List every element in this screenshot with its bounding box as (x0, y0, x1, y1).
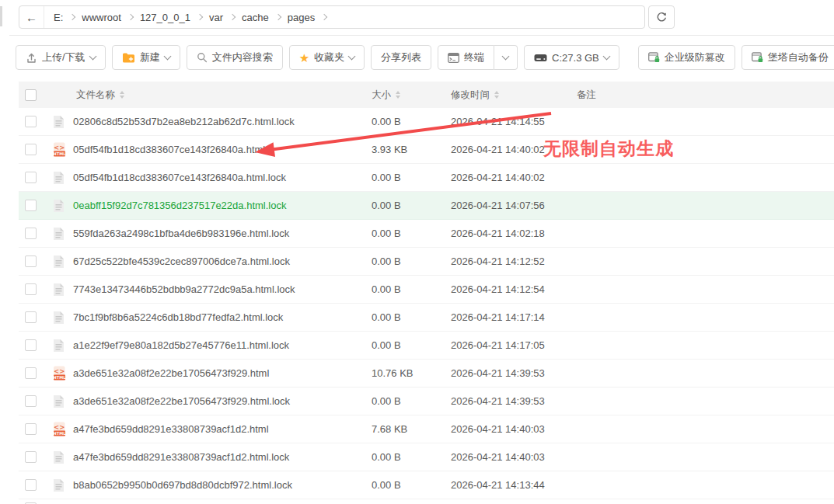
upload-download-label: 上传/下载 (42, 50, 85, 64)
row-checkbox[interactable] (25, 339, 37, 351)
chevron-right-icon (229, 14, 236, 20)
row-checkbox[interactable] (25, 423, 37, 435)
table-row[interactable]: <> HTML 05df54fb1d18cd383607ce143f26840a… (19, 136, 834, 164)
table-row[interactable]: 559fda263a2498c1bfba4de6b983196e.html.lo… (19, 220, 834, 248)
tamper-proof-button[interactable]: 企业级防篡改 (638, 45, 735, 70)
document-file-icon (53, 171, 65, 185)
sort-size-control[interactable] (396, 91, 400, 99)
table-row[interactable]: 05df54fb1d18cd383607ce143f26840a.html.lo… (19, 164, 834, 192)
file-name[interactable]: a3de651e32a08f2e22be17056473f929.html.lo… (73, 395, 290, 407)
row-checkbox[interactable] (25, 255, 37, 267)
file-name[interactable]: 7bc1f9bf8b6a5224c6db18bd77fedfa2.html.lo… (73, 311, 283, 323)
terminal-dropdown-button[interactable] (494, 45, 518, 70)
table-row[interactable]: a3de651e32a08f2e22be17056473f929.html.lo… (19, 388, 834, 415)
file-content-search-button[interactable]: 文件内容搜索 (187, 45, 283, 70)
file-name[interactable]: a3de651e32a08f2e22be17056473f929.html (73, 367, 269, 379)
sort-mtime-control[interactable] (494, 91, 499, 99)
table-row[interactable]: <> HTML a3de651e32a08f2e22be17056473f929… (19, 360, 834, 388)
star-icon: ★ (299, 52, 309, 64)
breadcrumb-item[interactable]: wwwroot (82, 12, 121, 23)
favorites-button[interactable]: ★ 收藏夹 (289, 45, 365, 70)
file-name[interactable]: 559fda263a2498c1bfba4de6b983196e.html.lo… (73, 228, 289, 239)
file-name[interactable]: b8ab0652b9950b0d697bd8d80dcbf972.html.lo… (73, 479, 292, 491)
table-row[interactable]: a47fe3bd659dd8291e33808739acf1d2.html.lo… (19, 443, 834, 471)
document-file-icon (53, 115, 65, 129)
row-checkbox[interactable] (25, 172, 37, 183)
file-name[interactable]: a47fe3bd659dd8291e33808739acf1d2.html.lo… (73, 451, 289, 463)
document-file-icon (53, 395, 65, 408)
back-button[interactable]: ← (19, 6, 44, 28)
table-row[interactable]: 7743e13473446b52bdbb9a2772dc9a5a.html.lo… (19, 276, 834, 304)
table-row[interactable]: 02806c8d52b53d7b2ea8eb212ab62d7c.html.lo… (19, 108, 834, 136)
document-file-icon (53, 283, 65, 297)
row-checkbox[interactable] (25, 395, 37, 407)
table-row[interactable]: 7bc1f9bf8b6a5224c6db18bd77fedfa2.html.lo… (19, 304, 834, 332)
select-all-checkbox[interactable] (25, 89, 37, 101)
file-name[interactable]: a1e22f9ef79e80a182d5b27e45776e11.html.lo… (73, 339, 289, 351)
svg-text:<>: <> (54, 144, 65, 151)
file-name[interactable]: 05df54fb1d18cd383607ce143f26840a.html.lo… (73, 172, 286, 183)
file-type-icon-cell (50, 450, 70, 464)
svg-text:HTML: HTML (54, 151, 66, 156)
document-file-icon (53, 227, 65, 241)
row-checkbox[interactable] (25, 283, 37, 295)
file-type-icon-cell (50, 171, 70, 185)
row-checkbox[interactable] (25, 451, 37, 463)
upload-download-button[interactable]: 上传/下载 (16, 45, 106, 70)
sort-name-control[interactable] (120, 91, 124, 99)
refresh-button[interactable] (648, 5, 675, 29)
file-type-icon-cell (50, 395, 70, 408)
file-name[interactable]: 7743e13473446b52bdbb9a2772dc9a5a.html.lo… (73, 283, 295, 295)
chevron-down-icon (602, 52, 610, 60)
file-type-icon-cell (50, 478, 70, 492)
table-row-partial[interactable] (19, 499, 834, 504)
row-checkbox[interactable] (25, 116, 37, 127)
breadcrumb-item[interactable]: pages (288, 12, 315, 23)
svg-text:HTML: HTML (54, 431, 66, 436)
row-checkbox-cell (19, 479, 50, 491)
file-name[interactable]: 0eabff15f92d7c781356d237517e22da.html.lo… (73, 200, 286, 211)
file-name[interactable]: 05df54fb1d18cd383607ce143f26840a.html (73, 144, 265, 155)
breadcrumb-item[interactable]: 127_0_0_1 (140, 12, 190, 23)
file-type-icon-cell (50, 311, 70, 325)
header-note: 备注 (577, 89, 596, 102)
disk-select-button[interactable]: C:27.3 GB (524, 45, 619, 70)
terminal-button[interactable]: 终端 (438, 45, 494, 70)
file-type-icon-cell (50, 283, 70, 297)
auto-backup-button[interactable]: 堡塔自动备份 (742, 45, 834, 70)
row-checkbox[interactable] (25, 311, 37, 323)
table-body: 02806c8d52b53d7b2ea8eb212ab62d7c.html.lo… (19, 108, 834, 499)
file-size: 3.93 KB (372, 144, 451, 155)
file-name[interactable]: 67d25c522bfe4539c2cec897006dce7a.html.lo… (73, 255, 290, 267)
row-checkbox[interactable] (25, 367, 37, 379)
table-row[interactable]: 67d25c522bfe4539c2cec897006dce7a.html.lo… (19, 248, 834, 276)
table-row[interactable]: <> HTML a47fe3bd659dd8291e33808739acf1d2… (19, 415, 834, 443)
row-checkbox[interactable] (25, 144, 37, 155)
table-row[interactable]: 0eabff15f92d7c781356d237517e22da.html.lo… (19, 192, 834, 220)
terminal-icon (448, 53, 459, 63)
breadcrumb-item[interactable]: cache (242, 12, 269, 23)
share-list-button[interactable]: 分享列表 (371, 45, 431, 70)
table-row[interactable]: b8ab0652b9950b0d697bd8d80dcbf972.html.lo… (19, 471, 834, 499)
row-checkbox[interactable] (25, 228, 37, 239)
file-name[interactable]: a47fe3bd659dd8291e33808739acf1d2.html (73, 423, 269, 435)
file-mtime: 2026-04-21 14:40:02 (451, 172, 577, 183)
file-size: 7.68 KB (372, 423, 451, 435)
file-type-icon-cell (50, 255, 70, 269)
row-checkbox-cell (19, 311, 50, 323)
html-file-icon: <> HTML (53, 366, 66, 381)
file-type-icon-cell (50, 227, 70, 241)
window-edge-strip (0, 6, 2, 26)
file-name[interactable]: 02806c8d52b53d7b2ea8eb212ab62d7c.html.lo… (73, 116, 295, 127)
breadcrumb-item[interactable]: E: (54, 12, 63, 23)
file-type-icon-cell: <> HTML (50, 422, 70, 436)
breadcrumb: E:wwwroot127_0_0_1varcachepages (44, 12, 336, 23)
breadcrumb-item[interactable]: var (209, 12, 223, 23)
row-checkbox[interactable] (25, 200, 37, 211)
new-button[interactable]: 新建 (112, 45, 180, 70)
file-mtime: 2026-04-21 14:40:02 (451, 144, 577, 155)
chevron-down-icon (89, 52, 96, 60)
row-checkbox[interactable] (25, 479, 37, 491)
header-mtime: 修改时间 (451, 89, 490, 102)
table-row[interactable]: a1e22f9ef79e80a182d5b27e45776e11.html.lo… (19, 332, 834, 360)
